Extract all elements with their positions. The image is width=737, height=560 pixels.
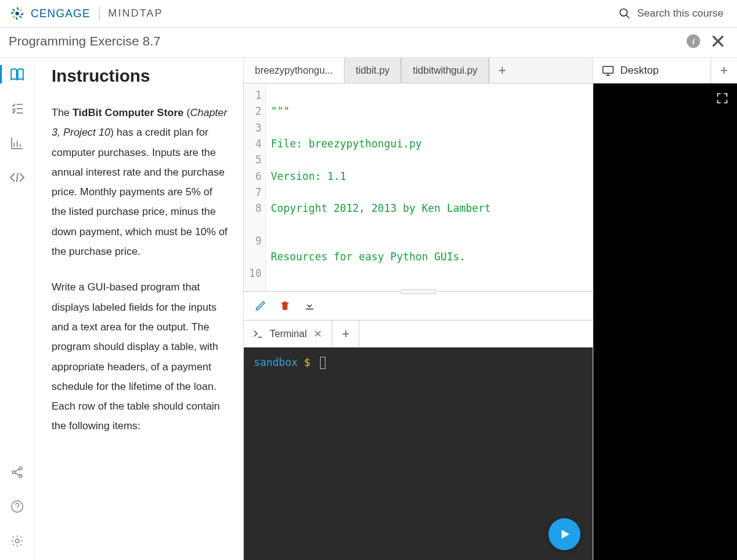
brand-product: MINDTAP	[108, 7, 163, 20]
share-icon[interactable]	[9, 464, 25, 480]
svg-line-15	[15, 469, 19, 472]
checklist-icon[interactable]	[9, 101, 25, 117]
editor-column: breezypythongu... tidbit.py tidbitwithgu…	[243, 58, 593, 560]
instructions-para-2: Write a GUI-based program that displays …	[52, 278, 230, 436]
preview-area[interactable]	[593, 84, 737, 560]
svg-rect-21	[603, 66, 614, 73]
search-label: Search this course	[637, 7, 723, 20]
svg-line-2	[626, 15, 630, 18]
desktop-tab-label: Desktop	[620, 64, 658, 77]
terminal-icon	[252, 329, 263, 340]
svg-point-17	[11, 501, 22, 512]
file-tab-0[interactable]: breezypythongu...	[244, 58, 345, 83]
close-icon[interactable]	[711, 34, 725, 48]
help-icon[interactable]	[9, 499, 25, 515]
brand-header: CENGAGE MINDTAP Search this course	[0, 0, 737, 28]
fullscreen-icon[interactable]	[716, 92, 728, 104]
code-lines[interactable]: """ File: breezypythongui.py Version: 1.…	[266, 84, 593, 291]
page-subheader: Programming Exercise 8.7 i	[0, 28, 737, 57]
preview-column: Desktop +	[593, 58, 737, 560]
page-title: Programming Exercise 8.7	[9, 34, 160, 49]
code-icon[interactable]	[9, 169, 25, 185]
add-terminal-tab-button[interactable]: +	[332, 321, 359, 347]
brand-name: CENGAGE	[31, 7, 90, 20]
gear-icon[interactable]	[9, 533, 25, 549]
svg-point-18	[17, 510, 17, 510]
brand-divider	[99, 7, 99, 20]
terminal-tabs: Terminal +	[244, 321, 593, 348]
monitor-icon	[602, 64, 614, 77]
edit-icon[interactable]	[255, 300, 266, 311]
terminal-cursor	[320, 357, 326, 369]
preview-tabs: Desktop +	[593, 58, 737, 84]
svg-line-16	[15, 473, 19, 476]
instructions-body: The TidBit Computer Store (Chapter 3, Pr…	[52, 103, 230, 437]
main-area: Instructions The TidBit Computer Store (…	[0, 57, 737, 560]
svg-point-0	[15, 12, 19, 15]
file-tabs: breezypythongu... tidbit.py tidbitwithgu…	[244, 58, 593, 84]
terminal-tab[interactable]: Terminal	[244, 321, 332, 347]
search-button[interactable]: Search this course	[618, 7, 723, 20]
svg-line-11	[16, 173, 17, 182]
left-icon-bar	[0, 58, 34, 560]
add-file-tab-button[interactable]: +	[489, 58, 515, 83]
line-gutter: 1 2 3 4 5 6 7 8 9 10	[244, 84, 266, 291]
search-icon	[618, 7, 631, 20]
cengage-logo-icon	[10, 6, 25, 21]
chart-icon[interactable]	[9, 135, 25, 151]
download-icon[interactable]	[304, 300, 315, 311]
editor-toolbar	[244, 291, 593, 321]
file-tab-1[interactable]: tidbit.py	[345, 58, 401, 83]
terminal[interactable]: sandbox $	[244, 348, 593, 560]
instructions-panel: Instructions The TidBit Computer Store (…	[34, 58, 243, 560]
resize-handle[interactable]	[400, 289, 437, 294]
add-preview-tab-button[interactable]: +	[711, 58, 737, 83]
instructions-para-1: The TidBit Computer Store (Chapter 3, Pr…	[52, 103, 230, 262]
svg-point-19	[15, 539, 19, 543]
terminal-prompt-symbol: $	[304, 356, 310, 368]
terminal-tab-label: Terminal	[270, 329, 306, 340]
info-icon[interactable]: i	[687, 34, 700, 48]
close-terminal-tab-icon[interactable]	[313, 330, 323, 338]
brand: CENGAGE MINDTAP	[10, 6, 163, 21]
code-editor[interactable]: 1 2 3 4 5 6 7 8 9 10 """ File: breezypyt…	[244, 84, 593, 291]
run-button[interactable]	[548, 518, 580, 550]
instructions-heading: Instructions	[52, 66, 230, 86]
desktop-tab[interactable]: Desktop	[593, 58, 711, 83]
file-tab-2[interactable]: tidbitwithgui.py	[401, 58, 489, 83]
book-icon[interactable]	[9, 66, 25, 82]
trash-icon[interactable]	[279, 300, 291, 311]
terminal-prompt-host: sandbox	[254, 356, 298, 368]
svg-point-1	[620, 9, 628, 17]
